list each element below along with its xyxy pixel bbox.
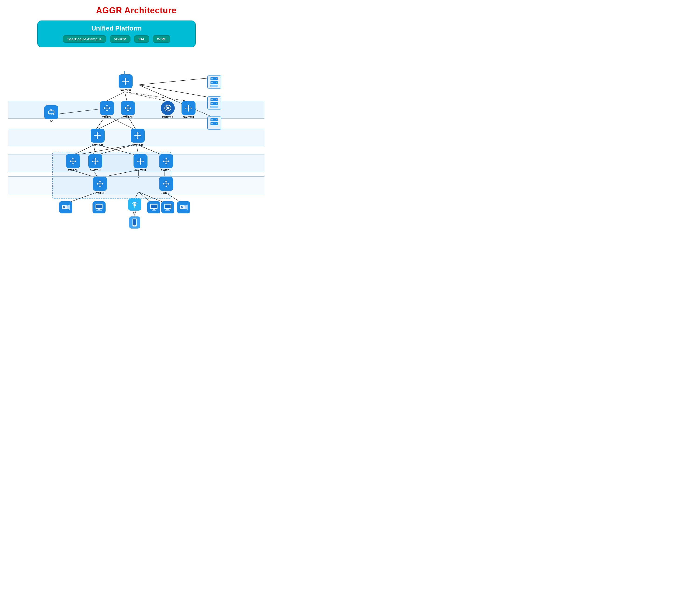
tv-icon	[149, 204, 158, 211]
pc1-icon	[95, 203, 104, 212]
dist-sw2-icon	[133, 131, 142, 140]
server3	[207, 117, 221, 130]
acc-switch4: SWITCH	[158, 154, 174, 172]
svg-rect-77	[211, 85, 218, 87]
ap-icon	[130, 200, 139, 209]
ac-label: AC	[49, 120, 53, 123]
svg-point-76	[217, 82, 218, 83]
svg-point-84	[216, 103, 217, 104]
camera1-icon	[61, 204, 70, 211]
switch-icon-svg3	[123, 104, 132, 113]
acc-sw1-icon	[68, 157, 77, 166]
acc-sw5-icon	[95, 179, 104, 188]
agg-switch2: SWITCH	[120, 101, 136, 119]
svg-rect-156	[96, 205, 102, 208]
acc-switch2-label: SWITCH	[90, 169, 101, 172]
svg-point-71	[216, 78, 217, 79]
svg-rect-167	[153, 209, 155, 210]
acc-switch6: SWITCH	[158, 177, 174, 194]
dist-switch1: SWITCH	[89, 129, 106, 146]
unified-platform: Unified Platform SeerEngine-Campus vDHCP…	[37, 21, 196, 47]
acc-sw4-icon	[162, 157, 171, 166]
agg-switch2-label: SWITCH	[122, 116, 133, 119]
acc-switch4-label: SWITCH	[161, 169, 171, 172]
ac-icon-svg	[47, 108, 56, 117]
acc-sw2-icon	[91, 157, 100, 166]
camera2-node	[175, 201, 192, 213]
svg-rect-170	[165, 205, 171, 208]
ap-node: AP	[126, 198, 144, 214]
router-label: ROUTER	[162, 116, 173, 119]
phone-icon	[131, 218, 138, 227]
svg-point-75	[216, 82, 217, 83]
svg-rect-158	[96, 210, 102, 211]
svg-rect-162	[133, 219, 136, 225]
service-seercampus: SeerEngine-Campus	[63, 36, 106, 43]
acc-sw3-icon	[136, 157, 145, 166]
svg-rect-70	[211, 78, 213, 79]
svg-point-94	[217, 123, 218, 124]
svg-rect-166	[151, 205, 157, 208]
svg-rect-92	[211, 123, 213, 124]
svg-line-5	[139, 78, 211, 85]
router-icon-svg	[163, 104, 172, 113]
svg-rect-83	[211, 103, 213, 104]
server2	[207, 96, 221, 109]
agg-switch1: SWITCH	[98, 101, 115, 119]
svg-marker-152	[67, 205, 70, 210]
camera1-node	[57, 201, 74, 213]
agg-switch1-label: SWITCH	[102, 116, 112, 119]
svg-point-154	[63, 207, 64, 208]
svg-rect-168	[152, 210, 156, 211]
svg-point-81	[217, 99, 218, 100]
svg-rect-172	[165, 210, 170, 211]
camera2-icon	[179, 204, 188, 211]
acc-switch5-label: SWITCH	[95, 192, 105, 194]
core-switch: SWITCH	[117, 74, 134, 92]
svg-point-89	[216, 119, 217, 120]
dist-sw1-icon	[93, 131, 102, 140]
pc1-node	[91, 201, 107, 213]
switch-icon-svg4	[184, 104, 193, 113]
network-diagram: SWITCH AC	[8, 71, 264, 234]
router-node: ROUTER	[158, 101, 177, 119]
switch-icon-svg	[121, 77, 130, 86]
svg-line-4	[125, 92, 187, 101]
agg-switch3-label: SWITCH	[183, 116, 194, 119]
svg-line-2	[125, 92, 127, 101]
acc-switch6-label: SWITCH	[161, 192, 171, 194]
svg-point-159	[133, 204, 136, 207]
server2-icon	[210, 97, 219, 108]
acc-switch3: SWITCH	[132, 154, 149, 172]
svg-rect-40	[49, 111, 54, 114]
svg-point-80	[216, 99, 217, 100]
dist-switch1-label: SWITCH	[92, 143, 103, 146]
svg-rect-79	[211, 99, 213, 101]
server1-icon	[210, 76, 219, 88]
pc2-icon	[163, 203, 172, 212]
svg-point-85	[217, 103, 218, 104]
dist-switch2: SWITCH	[129, 129, 146, 146]
svg-line-6	[139, 85, 211, 97]
page-title: AGGR Architecture	[0, 0, 273, 19]
svg-point-90	[217, 119, 218, 120]
pc2-node	[160, 201, 176, 213]
acc-sw6-icon	[162, 179, 171, 188]
svg-rect-157	[97, 209, 101, 210]
svg-rect-164	[134, 219, 136, 219]
phone-node	[127, 217, 143, 228]
svg-point-42	[51, 114, 52, 115]
server1	[207, 76, 221, 89]
dist-switch2-label: SWITCH	[132, 143, 143, 146]
svg-rect-74	[211, 82, 213, 83]
svg-point-93	[216, 123, 217, 124]
acc-switch5: SWITCH	[92, 177, 108, 194]
svg-marker-174	[185, 205, 187, 210]
ac-node: AC	[44, 105, 58, 123]
acc-switch2: SWITCH	[87, 154, 104, 172]
switch-icon-svg2	[103, 104, 111, 113]
svg-rect-86	[211, 106, 218, 108]
acc-switch1-label: SWITCH	[68, 169, 78, 172]
svg-point-163	[134, 225, 135, 226]
platform-services: SeerEngine-Campus vDHCP EIA WSM	[43, 36, 190, 43]
